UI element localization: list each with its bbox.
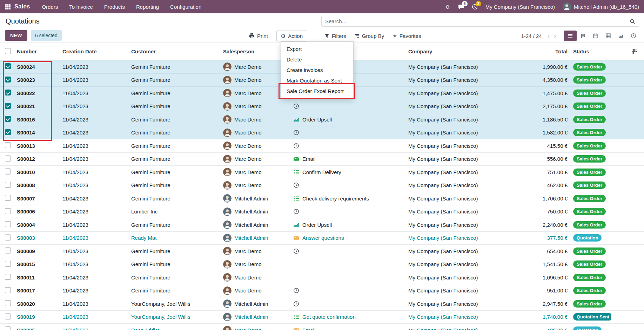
action-menu-item-mark-quotation-as-sent[interactable]: Mark Quotation as Sent	[281, 75, 353, 86]
action-menu-item-export[interactable]: Export	[281, 44, 353, 54]
row-checkbox[interactable]	[5, 77, 11, 82]
column-header-number[interactable]: Number	[17, 48, 62, 54]
table-row-s00007[interactable]: S00007 11/04/2023 Gemini Furniture Mitch…	[0, 192, 644, 205]
row-checkbox[interactable]	[5, 235, 11, 240]
view-switch-kanban[interactable]	[577, 31, 589, 41]
row-checkbox[interactable]	[5, 129, 11, 135]
table-row-s00003[interactable]: S00003 11/04/2023 Ready Mat Mitchell Adm…	[0, 232, 644, 245]
row-checkbox[interactable]	[5, 326, 11, 330]
clock-icon[interactable]	[293, 182, 299, 188]
filters-button[interactable]: Filters	[324, 33, 346, 39]
table-row-s00013[interactable]: S00013 11/04/2023 Gemini Furniture Marc …	[0, 139, 644, 153]
pager-next-icon[interactable]: ›	[552, 32, 558, 39]
table-row-s00011[interactable]: S00011 11/04/2023 Gemini Furniture Marc …	[0, 271, 644, 284]
view-switch-pivot[interactable]	[602, 31, 615, 41]
clock-icon[interactable]	[293, 130, 299, 136]
row-checkbox-cell	[0, 208, 17, 215]
tasks-icon[interactable]	[293, 196, 299, 202]
table-row-s00006[interactable]: S00006 11/04/2023 Lumber Inc Mitchell Ad…	[0, 205, 644, 219]
topbar-menu-orders[interactable]: Orders	[42, 4, 58, 10]
table-row-s00008[interactable]: S00008 11/04/2023 Gemini Furniture Marc …	[0, 179, 644, 192]
clock-icon[interactable]	[293, 209, 299, 214]
app-name[interactable]: Sales	[14, 3, 30, 10]
row-checkbox[interactable]	[5, 300, 11, 306]
column-header-customer[interactable]: Customer	[131, 48, 223, 54]
row-checkbox[interactable]	[5, 274, 11, 280]
table-row-s00019[interactable]: S00019 11/04/2023 YourCompany, Joel Will…	[0, 311, 644, 324]
row-status-cell: Sales Order	[570, 142, 611, 150]
column-settings-icon[interactable]	[632, 48, 638, 54]
search-input[interactable]	[325, 18, 630, 24]
select-all-checkbox[interactable]	[5, 48, 11, 54]
email-icon[interactable]	[293, 235, 299, 241]
table-row-s00017[interactable]: S00017 11/04/2023 Gemini Furniture Marc …	[0, 284, 644, 298]
clock-icon[interactable]	[293, 288, 299, 293]
search-icon[interactable]	[630, 19, 635, 24]
table-row-s00010[interactable]: S00010 11/04/2023 Gemini Furniture Marc …	[0, 166, 644, 179]
column-header-company[interactable]: Company	[408, 48, 520, 54]
clock-icon[interactable]	[293, 103, 299, 109]
email-icon[interactable]	[293, 156, 299, 162]
row-checkbox[interactable]	[5, 261, 11, 267]
chart-icon[interactable]	[293, 222, 299, 228]
favorites-button[interactable]: ★ Favorites	[393, 33, 421, 39]
table-row-s00009[interactable]: S00009 11/04/2023 Gemini Furniture Marc …	[0, 245, 644, 258]
column-header-status[interactable]: Status	[570, 48, 611, 54]
table-row-s00014[interactable]: S00014 11/04/2023 Gemini Furniture Marc …	[0, 126, 644, 140]
table-row-s00005[interactable]: S00005 11/04/2023 Deco Addict Marc Demo …	[0, 324, 644, 330]
row-checkbox[interactable]	[5, 195, 11, 201]
topbar-menu-reporting[interactable]: Reporting	[136, 4, 159, 10]
row-checkbox[interactable]	[5, 248, 11, 253]
action-button[interactable]: ⚙ Action	[276, 31, 307, 41]
table-row-s00015[interactable]: S00015 11/04/2023 Gemini Furniture Marc …	[0, 258, 644, 271]
view-switch-list[interactable]	[564, 31, 577, 41]
group-by-button[interactable]: Group By	[355, 33, 384, 39]
tasks-icon[interactable]	[293, 314, 299, 320]
action-menu-item-sale-order-excel-report[interactable]: Sale Order Excel Report	[281, 86, 353, 96]
row-checkbox[interactable]	[5, 169, 11, 174]
action-menu-item-create-invoices[interactable]: Create invoices	[281, 65, 353, 75]
row-checkbox[interactable]	[5, 221, 11, 227]
row-checkbox[interactable]	[5, 116, 11, 122]
row-checkbox[interactable]	[5, 314, 11, 319]
table-row-s00012[interactable]: S00012 11/04/2023 Gemini Furniture Marc …	[0, 153, 644, 166]
topbar-menu-configuration[interactable]: Configuration	[170, 4, 201, 10]
debug-bug-icon[interactable]	[445, 4, 450, 9]
email-icon[interactable]	[293, 327, 299, 330]
topbar-menu-to-invoice[interactable]: To Invoice	[69, 4, 93, 10]
action-menu-item-delete[interactable]: Delete	[281, 54, 353, 65]
user-menu[interactable]: Mitchell Admin (db_16_540)	[563, 2, 639, 11]
row-checkbox[interactable]	[5, 90, 11, 95]
table-row-s00020[interactable]: S00020 11/04/2023 YourCompany, Joel Will…	[0, 297, 644, 311]
column-header-creation-date[interactable]: Creation Date	[62, 48, 131, 54]
print-button[interactable]: Print	[249, 33, 268, 39]
table-row-s00016[interactable]: S00016 11/04/2023 Gemini Furniture Marc …	[0, 113, 644, 126]
row-checkbox[interactable]	[5, 287, 11, 293]
row-checkbox[interactable]	[5, 63, 11, 69]
chart-icon[interactable]	[293, 117, 299, 123]
row-checkbox[interactable]	[5, 208, 11, 214]
pager-previous-icon[interactable]: ‹	[545, 32, 552, 39]
apps-grid-icon[interactable]	[5, 4, 11, 10]
activities-clock-icon[interactable]: 2	[472, 4, 478, 10]
table-row-s00004[interactable]: S00004 11/04/2023 Gemini Furniture Mitch…	[0, 218, 644, 232]
tasks-icon[interactable]	[293, 169, 299, 175]
new-button[interactable]: NEW	[5, 30, 27, 41]
column-header-total[interactable]: Total	[520, 48, 570, 54]
clock-icon[interactable]	[293, 301, 299, 307]
table-row-s00021[interactable]: S00021 11/04/2023 Gemini Furniture Marc …	[0, 100, 644, 113]
search-bar[interactable]	[321, 16, 639, 27]
row-checkbox[interactable]	[5, 156, 11, 161]
clock-icon[interactable]	[293, 143, 299, 149]
messages-icon[interactable]: 5	[458, 4, 464, 10]
topbar-menu-products[interactable]: Products	[104, 4, 125, 10]
salesperson-avatar	[223, 313, 232, 321]
clock-icon[interactable]	[293, 248, 299, 254]
view-switch-graph[interactable]	[615, 31, 627, 41]
row-checkbox[interactable]	[5, 182, 11, 188]
row-checkbox[interactable]	[5, 142, 11, 148]
topbar-company-switcher[interactable]: My Company (San Francisco)	[485, 4, 555, 10]
row-checkbox[interactable]	[5, 103, 11, 109]
view-switch-activity[interactable]	[627, 31, 640, 41]
view-switch-calendar[interactable]	[589, 31, 602, 41]
